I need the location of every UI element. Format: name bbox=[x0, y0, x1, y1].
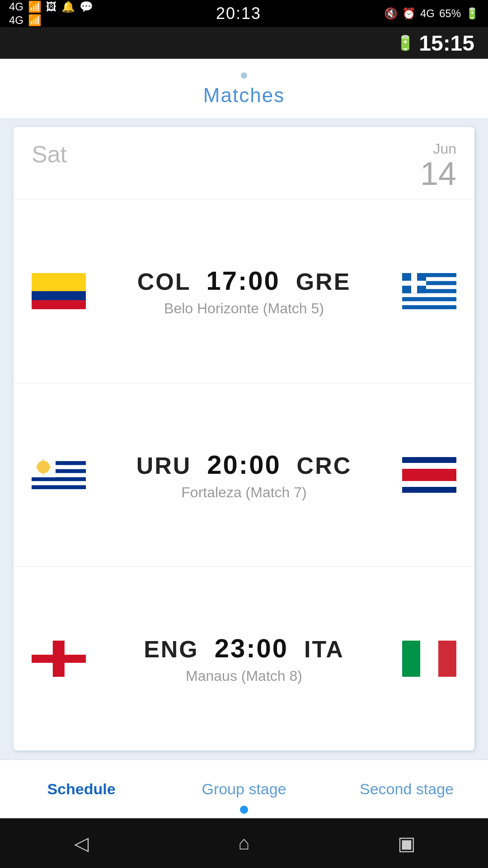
secondary-bar: 🔋 15:15 bbox=[0, 27, 488, 59]
tab-dot bbox=[240, 806, 248, 814]
match-item-uru-crc[interactable]: URU 20:00 CRC Fortaleza (Match 7) bbox=[14, 383, 474, 567]
match-venue-2: Fortaleza (Match 7) bbox=[99, 484, 389, 501]
status-bar: 4G 📶 🖼 🔔 💬 4G 📶 20:13 🔇 ⏰ 4G 65% 🔋 bbox=[0, 0, 488, 27]
status-right: 🔇 ⏰ 4G 65% 🔋 bbox=[384, 7, 479, 20]
back-icon: ◁ bbox=[74, 832, 89, 854]
signal-4g-2: 4G bbox=[9, 14, 23, 27]
main-content: Matches Sat Jun 14 bbox=[0, 59, 488, 818]
match-teams-2: URU 20:00 CRC bbox=[99, 449, 389, 480]
match-info-1: COL 17:00 GRE Belo Horizonte (Match 5) bbox=[99, 265, 389, 317]
battery-icon-green: 🔋 bbox=[396, 34, 414, 52]
signal-bars-2: 📶 bbox=[28, 14, 42, 27]
flag-colombia bbox=[32, 273, 86, 309]
signal-bars: 📶 bbox=[28, 0, 42, 13]
tab-group-stage[interactable]: Group stage bbox=[163, 760, 325, 818]
nav-back-button[interactable]: ◁ bbox=[63, 830, 99, 857]
svg-rect-21 bbox=[32, 485, 86, 489]
svg-rect-8 bbox=[402, 301, 456, 305]
battery-icon: 🔋 bbox=[465, 7, 479, 20]
flag-greece bbox=[402, 273, 456, 309]
charge-icon: 4G bbox=[420, 7, 435, 20]
match-time-2: 20:00 bbox=[207, 450, 281, 479]
team-right-2: CRC bbox=[297, 453, 352, 479]
team-right-1: GRE bbox=[296, 269, 351, 295]
date-right: Jun 14 bbox=[420, 141, 456, 190]
date-num: 14 bbox=[420, 156, 456, 192]
svg-rect-12 bbox=[402, 281, 426, 286]
image-icon: 🖼 bbox=[46, 0, 57, 13]
date-header: Sat Jun 14 bbox=[14, 127, 474, 199]
svg-point-25 bbox=[39, 463, 47, 471]
page-title-dot bbox=[241, 72, 247, 79]
wechat-icon: 💬 bbox=[80, 0, 93, 13]
tab-second-stage[interactable]: Second stage bbox=[325, 760, 488, 818]
recent-icon: ▣ bbox=[398, 832, 416, 854]
match-time-1: 17:00 bbox=[206, 266, 280, 295]
status-time: 20:13 bbox=[216, 4, 261, 23]
match-teams-1: COL 17:00 GRE bbox=[99, 265, 389, 296]
match-teams-3: ENG 23:00 ITA bbox=[99, 633, 389, 663]
nav-bar: ◁ ⌂ ▣ bbox=[0, 818, 488, 868]
date-day: Sat bbox=[32, 141, 67, 168]
match-info-3: ENG 23:00 ITA Manaus (Match 8) bbox=[99, 633, 389, 684]
flag-costarica bbox=[402, 457, 456, 493]
match-time-3: 23:00 bbox=[215, 633, 288, 663]
match-item-eng-ita[interactable]: ENG 23:00 ITA Manaus (Match 8) bbox=[14, 567, 474, 750]
bell-icon: 🔔 bbox=[61, 0, 75, 13]
match-row: COL 17:00 GRE Belo Horizonte (Match 5) bbox=[32, 265, 456, 317]
flag-italy bbox=[402, 641, 456, 677]
svg-rect-19 bbox=[32, 477, 86, 481]
svg-rect-22 bbox=[32, 489, 86, 493]
svg-rect-6 bbox=[402, 293, 456, 297]
tab-second-stage-label: Second stage bbox=[360, 780, 454, 798]
team-left-1: COL bbox=[137, 269, 191, 295]
silent-icon: 🔇 bbox=[384, 7, 398, 20]
date-month: Jun bbox=[420, 141, 456, 157]
team-left-3: ENG bbox=[144, 636, 199, 662]
status-left: 4G 📶 🖼 🔔 💬 4G 📶 bbox=[9, 0, 93, 27]
match-venue-1: Belo Horizonte (Match 5) bbox=[99, 300, 389, 317]
matches-card: Sat Jun 14 bbox=[14, 127, 474, 750]
match-row-2: URU 20:00 CRC Fortaleza (Match 7) bbox=[32, 449, 456, 501]
nav-recent-button[interactable]: ▣ bbox=[389, 830, 425, 857]
match-info-2: URU 20:00 CRC Fortaleza (Match 7) bbox=[99, 449, 389, 501]
svg-rect-7 bbox=[402, 297, 456, 301]
tab-schedule-label: Schedule bbox=[47, 780, 115, 798]
tab-schedule[interactable]: Schedule bbox=[0, 760, 163, 818]
nav-home-button[interactable]: ⌂ bbox=[226, 830, 262, 857]
bottom-tabs: Schedule Group stage Second stage bbox=[0, 760, 488, 818]
team-right-3: ITA bbox=[304, 636, 344, 662]
clock-icon: ⏰ bbox=[402, 7, 416, 20]
team-left-2: URU bbox=[136, 453, 192, 479]
home-icon: ⌂ bbox=[238, 832, 249, 854]
page-title: Matches bbox=[0, 84, 488, 107]
secondary-time: 15:15 bbox=[419, 31, 474, 56]
page-title-area: Matches bbox=[0, 59, 488, 118]
flag-england bbox=[32, 641, 86, 677]
battery-percent: 65% bbox=[439, 7, 461, 20]
match-item-col-gre[interactable]: COL 17:00 GRE Belo Horizonte (Match 5) bbox=[14, 199, 474, 383]
match-venue-3: Manaus (Match 8) bbox=[99, 668, 389, 684]
matches-scroll: COL 17:00 GRE Belo Horizonte (Match 5) bbox=[14, 199, 474, 750]
svg-rect-9 bbox=[402, 305, 456, 309]
flag-uruguay bbox=[32, 457, 86, 493]
match-row-3: ENG 23:00 ITA Manaus (Match 8) bbox=[32, 633, 456, 684]
signal-4g: 4G bbox=[9, 0, 23, 13]
tab-group-stage-label: Group stage bbox=[202, 780, 286, 798]
svg-rect-20 bbox=[32, 481, 86, 485]
